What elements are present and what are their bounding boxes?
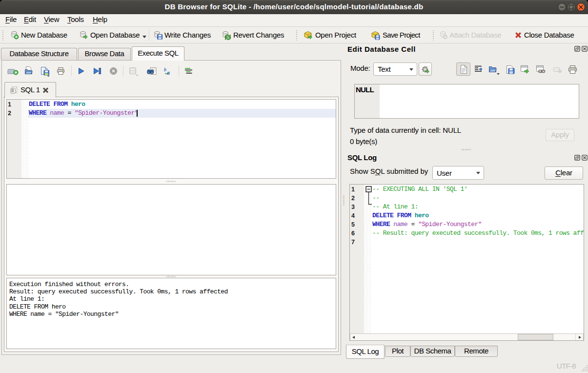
svg-text:b: b [164,67,166,72]
svg-text:a: a [167,69,170,76]
